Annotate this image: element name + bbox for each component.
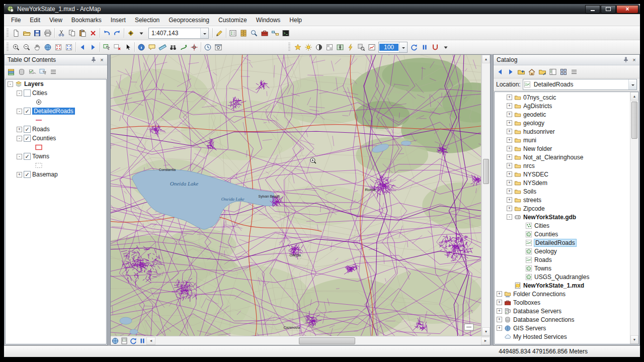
scroll-thumb[interactable]	[483, 159, 489, 184]
location-combo[interactable]: DetailedRoads	[523, 79, 637, 90]
map-vertical-scrollbar[interactable]: ▲ ▼	[481, 55, 490, 336]
dropdown-icon[interactable]	[136, 28, 146, 38]
expander-icon[interactable]: +	[497, 308, 502, 314]
snapping-icon[interactable]	[430, 42, 440, 52]
catalog-item-toolboxes[interactable]: +Toolboxes	[495, 298, 630, 307]
options-menu-icon[interactable]	[48, 67, 58, 77]
full-extent-icon[interactable]	[43, 42, 53, 52]
title-bar[interactable]: NewYorkState_1.mxd - ArcMap ×	[4, 4, 640, 14]
expander-icon[interactable]: -	[507, 214, 512, 220]
expander-icon[interactable]	[518, 240, 523, 245]
toc-tree[interactable]: - Layers - Cities - ✓ Detaile	[5, 79, 107, 344]
expander-icon[interactable]: +	[17, 172, 22, 177]
pause-drawing-icon[interactable]	[420, 42, 430, 52]
transparency-icon[interactable]	[325, 42, 335, 52]
toolbar-grip[interactable]	[7, 43, 9, 52]
expander-icon[interactable]: +	[507, 129, 512, 134]
refresh-view-icon[interactable]	[409, 42, 419, 52]
layer-label[interactable]: Counties	[32, 135, 56, 142]
menu-item-windows[interactable]: Windows	[252, 16, 285, 25]
scroll-track[interactable]	[155, 337, 481, 345]
catalog-icon[interactable]	[238, 28, 249, 38]
zoom-out-icon[interactable]	[22, 42, 32, 52]
layer-checkbox[interactable]: ✓	[24, 108, 31, 115]
close-icon[interactable]: ×	[630, 56, 638, 63]
new-document-icon[interactable]	[11, 28, 21, 38]
toolbar-grip[interactable]	[7, 29, 9, 38]
expander-icon[interactable]: -	[17, 154, 22, 159]
dropdown-arrow-icon[interactable]	[200, 28, 208, 38]
catalog-item-geodatabase[interactable]: -NewYorkState.gdb	[495, 213, 630, 221]
catalog-item-mxd[interactable]: NewYorkState_1.mxd	[495, 281, 630, 290]
catalog-panel-header[interactable]: Catalog ×	[494, 55, 639, 65]
map-canvas[interactable]: Constantia Oneida Lake Oneida Lake Sylva…	[111, 55, 481, 336]
expander-icon[interactable]: -	[17, 109, 22, 114]
toc-root-layers[interactable]: - Layers	[6, 79, 106, 88]
catalog-item-folder-connections[interactable]: +Folder Connections	[495, 290, 630, 298]
layer-label[interactable]: Roads	[32, 126, 50, 133]
data-view-icon[interactable]	[111, 337, 119, 345]
expander-icon[interactable]: +	[507, 189, 512, 194]
catalog-item-hosted-services[interactable]: My Hosted Services	[495, 332, 630, 341]
catalog-item-database-connections[interactable]: +Database Connections	[495, 315, 630, 324]
layer-row-towns[interactable]: - ✓ Towns	[6, 152, 106, 161]
scroll-up-button[interactable]: ▲	[630, 92, 638, 101]
catalog-item[interactable]: Counties	[495, 230, 630, 238]
clear-selection-icon[interactable]	[112, 42, 122, 52]
image-analysis-icon[interactable]	[367, 42, 377, 52]
catalog-item[interactable]: +Zipcode	[495, 204, 630, 213]
menu-item-insert[interactable]: Insert	[107, 16, 130, 25]
html-popup-icon[interactable]	[147, 42, 157, 52]
forward-icon[interactable]	[88, 42, 98, 52]
scroll-up-button[interactable]: ▲	[482, 55, 490, 63]
expander-icon[interactable]: -	[17, 90, 22, 96]
catalog-item[interactable]: +Soils	[495, 187, 630, 196]
map-scale-combo[interactable]: 1:407,143	[148, 28, 209, 39]
layer-row-detailedroads[interactable]: - ✓ DetailedRoads	[6, 107, 106, 116]
menu-item-customize[interactable]: Customize	[214, 16, 251, 25]
layer-label-selected[interactable]: DetailedRoads	[32, 108, 75, 115]
options-menu-icon[interactable]	[569, 67, 579, 77]
catalog-item[interactable]: +NYSdem	[495, 178, 630, 187]
list-by-source-icon[interactable]	[17, 67, 27, 77]
layer-label[interactable]: Towns	[32, 153, 49, 160]
scroll-right-button[interactable]: ►	[481, 337, 490, 345]
pause-drawing-icon[interactable]	[138, 337, 146, 345]
list-by-selection-icon[interactable]	[38, 67, 48, 77]
layout-view-icon[interactable]	[120, 337, 128, 345]
cut-icon[interactable]	[56, 28, 66, 38]
zoom-percent-combo[interactable]: 100	[378, 42, 408, 53]
expander-icon[interactable]: +	[507, 137, 512, 143]
select-features-icon[interactable]	[102, 42, 112, 52]
layer-checkbox[interactable]	[24, 89, 31, 97]
layer-effects-icon[interactable]	[293, 42, 303, 52]
scroll-thumb[interactable]	[299, 337, 355, 344]
catalog-item[interactable]: Towns	[495, 264, 630, 273]
expander-icon[interactable]	[518, 223, 523, 228]
scroll-down-button[interactable]: ▼	[482, 327, 490, 336]
expander-icon[interactable]: +	[497, 317, 502, 322]
layer-checkbox[interactable]: ✓	[24, 135, 31, 142]
time-slider-icon[interactable]	[203, 42, 213, 52]
search-icon[interactable]	[249, 28, 259, 38]
catalog-tree[interactable]: +07nys_cscic +AgDistricts +geodetic +geo…	[495, 92, 630, 344]
save-icon[interactable]	[32, 28, 42, 38]
delete-icon[interactable]	[88, 28, 98, 38]
flicker-icon[interactable]	[346, 42, 356, 52]
expander-icon[interactable]: +	[497, 325, 502, 331]
expander-icon[interactable]	[518, 248, 523, 254]
add-data-icon[interactable]	[126, 28, 136, 38]
expander-icon[interactable]: +	[507, 120, 512, 126]
scroll-track[interactable]	[630, 101, 638, 335]
catalog-item[interactable]: +nrcs	[495, 161, 630, 170]
expander-icon[interactable]: +	[507, 146, 512, 151]
menu-item-help[interactable]: Help	[285, 16, 306, 25]
scroll-left-button[interactable]: ◄	[146, 337, 155, 345]
map-view[interactable]: Constantia Oneida Lake Oneida Lake Sylva…	[111, 55, 481, 336]
expander-icon[interactable]	[507, 283, 512, 288]
swipe-icon[interactable]	[335, 42, 345, 52]
list-by-drawing-order-icon[interactable]	[6, 67, 16, 77]
go-to-xy-icon[interactable]	[189, 42, 199, 52]
expander-icon[interactable]: +	[507, 163, 512, 168]
expander-icon[interactable]	[518, 265, 523, 271]
